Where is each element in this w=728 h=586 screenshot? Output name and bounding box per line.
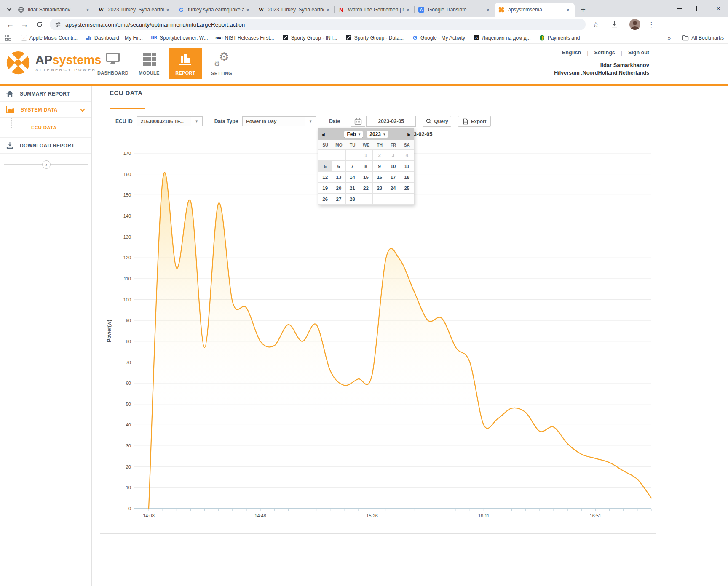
- all-bookmarks-button[interactable]: All Bookmarks: [682, 35, 724, 41]
- svg-text:16:11: 16:11: [478, 513, 490, 518]
- bookmark-item[interactable]: NISTNIST Releases First...: [217, 35, 274, 41]
- calendar-day-cell[interactable]: 23: [373, 183, 386, 194]
- calendar-day-cell[interactable]: 24: [386, 183, 400, 194]
- nav-item-dashboard[interactable]: DASHBOARD: [96, 48, 130, 79]
- calendar-day-cell[interactable]: 10: [386, 161, 400, 172]
- calendar-day-cell[interactable]: 28: [346, 194, 359, 205]
- new-tab-button[interactable]: +: [577, 4, 589, 16]
- calendar-day-cell[interactable]: 1: [359, 150, 373, 161]
- calendar-day-cell[interactable]: 27: [332, 194, 345, 205]
- svg-text:20: 20: [126, 464, 131, 469]
- tab-close-button[interactable]: ×: [324, 6, 331, 13]
- browser-tab[interactable]: apsystemsema×: [495, 3, 575, 17]
- browser-tab[interactable]: W2023 Turkey–Syria earthqu×: [254, 3, 335, 17]
- ecu-id-select[interactable]: 216300032106 TF... ▼: [137, 116, 203, 126]
- tab-close-button[interactable]: ×: [244, 6, 251, 13]
- language-link[interactable]: English: [562, 50, 581, 56]
- bookmark-item[interactable]: BRSportybet owner: W...: [151, 35, 208, 41]
- back-button[interactable]: ←: [4, 17, 16, 32]
- window-close-button[interactable]: ×: [709, 0, 728, 17]
- apps-grid-button[interactable]: [5, 35, 11, 41]
- calendar-day-cell[interactable]: 9: [373, 161, 386, 172]
- tab-close-button[interactable]: ×: [404, 6, 411, 13]
- calendar-day-cell[interactable]: 5: [318, 161, 332, 172]
- calendar-month-select[interactable]: Feb▾: [344, 131, 363, 138]
- calendar-day-cell[interactable]: 19: [318, 183, 332, 194]
- browser-menu-button[interactable]: ⋮: [645, 17, 657, 32]
- sidebar-collapse-button[interactable]: ‹: [42, 160, 51, 169]
- calendar-day-cell[interactable]: 17: [386, 172, 400, 183]
- bookmark-item[interactable]: ♪Apple Music Countr...: [21, 35, 78, 41]
- calendar-weekday: TH: [373, 143, 386, 147]
- sidebar-item-download-report[interactable]: DOWNLOAD REPORT: [0, 138, 91, 154]
- calendar-day-cell[interactable]: 22: [359, 183, 373, 194]
- nav-item-report[interactable]: REPORT: [169, 48, 202, 79]
- profile-avatar[interactable]: [629, 19, 640, 30]
- calendar-day-cell[interactable]: 21: [346, 183, 359, 194]
- calendar-button[interactable]: [351, 116, 365, 127]
- calendar-day-cell[interactable]: 3: [386, 150, 400, 161]
- sign-out-link[interactable]: Sign out: [628, 50, 649, 56]
- calendar-day-cell[interactable]: 18: [400, 172, 414, 183]
- tab-list-chevron-icon[interactable]: [4, 4, 13, 13]
- sidebar-item-summary-report[interactable]: SUMMARY REPORT: [0, 86, 91, 102]
- calendar-next-button[interactable]: ▶: [407, 132, 411, 137]
- browser-tab[interactable]: W2023 Turkey–Syria earthqu×: [94, 3, 174, 17]
- browser-tab[interactable]: Gturkey syria earthquake af×: [174, 3, 254, 17]
- tab-close-button[interactable]: ×: [84, 6, 91, 13]
- tab-close-button[interactable]: ×: [565, 6, 571, 13]
- bookmark-item[interactable]: Sporty Group - Data...: [346, 35, 404, 41]
- date-input[interactable]: 2023-02-05: [366, 116, 416, 127]
- calendar-day-cell[interactable]: 13: [332, 172, 345, 183]
- tab-close-button[interactable]: ×: [164, 6, 171, 13]
- tab-close-button[interactable]: ×: [484, 6, 491, 13]
- browser-tab[interactable]: Ildar Samarkhanov×: [14, 3, 94, 17]
- calendar-day-cell[interactable]: 4: [400, 150, 414, 161]
- calendar-day-cell[interactable]: 14: [346, 172, 359, 183]
- window-maximize-button[interactable]: [689, 0, 709, 17]
- calendar-day-cell[interactable]: 26: [318, 194, 332, 205]
- nav-label: MODULE: [139, 70, 159, 75]
- calendar-empty-cell: [400, 194, 414, 205]
- calendar-day-cell[interactable]: 12: [318, 172, 332, 183]
- calendar-year-select[interactable]: 2023▾: [367, 131, 388, 138]
- data-type-select[interactable]: Power in Day ▼: [242, 116, 316, 126]
- calendar-day-cell[interactable]: 11: [400, 161, 414, 172]
- reload-button[interactable]: [34, 17, 46, 32]
- calendar-prev-button[interactable]: ◀: [321, 132, 325, 137]
- sidebar-item-ecu-data[interactable]: ECU DATA: [0, 118, 91, 138]
- nav-item-module[interactable]: MODULE: [132, 48, 166, 79]
- calendar-day-cell[interactable]: 25: [400, 183, 414, 194]
- tabs-container: Ildar Samarkhanov×W2023 Turkey–Syria ear…: [14, 3, 589, 17]
- forward-button[interactable]: →: [19, 17, 30, 32]
- browser-tab[interactable]: NWatch The Gentlemen | N×: [335, 3, 415, 17]
- bookmark-item[interactable]: Sporty Group - INT...: [283, 35, 337, 41]
- browser-tab[interactable]: AGoogle Translate×: [415, 3, 495, 17]
- window-minimize-button[interactable]: [670, 0, 689, 17]
- sidebar-item-system-data[interactable]: SYSTEM DATA: [0, 102, 91, 118]
- bookmarks-overflow-button[interactable]: »: [668, 35, 671, 41]
- bookmark-item[interactable]: Payments and cash...: [539, 35, 581, 41]
- calendar-day-cell[interactable]: 16: [373, 172, 386, 183]
- calendar-day-cell[interactable]: 8: [359, 161, 373, 172]
- bookmark-item[interactable]: Dashboard – My Fir...: [86, 35, 143, 41]
- query-button[interactable]: Query: [423, 116, 451, 127]
- address-bar[interactable]: apsystemsema.com/ema/security/optmainmen…: [50, 19, 586, 30]
- svg-text:15:26: 15:26: [366, 513, 378, 518]
- nav-label: DASHBOARD: [97, 70, 128, 75]
- nav-item-setting[interactable]: ⚙⚙SETTING: [205, 48, 238, 79]
- calendar-day-cell[interactable]: 6: [332, 161, 345, 172]
- apsystems-logo[interactable]: APsystems ALTENERGY POWER: [5, 50, 101, 76]
- bookmark-item[interactable]: GGoogle - My Activity: [412, 35, 465, 41]
- bookmark-label: Payments and cash...: [548, 35, 581, 41]
- settings-link[interactable]: Settings: [594, 50, 615, 56]
- calendar-day-cell[interactable]: 15: [359, 172, 373, 183]
- calendar-day-cell[interactable]: 7: [346, 161, 359, 172]
- calendar-weekday: WE: [359, 143, 373, 147]
- calendar-day-cell[interactable]: 20: [332, 183, 345, 194]
- bookmark-item[interactable]: AЛицензия на дом д...: [474, 35, 531, 41]
- bookmark-star-button[interactable]: ☆: [590, 17, 602, 32]
- calendar-day-cell[interactable]: 2: [373, 150, 386, 161]
- export-button[interactable]: Export: [458, 116, 491, 127]
- downloads-button[interactable]: [608, 17, 620, 32]
